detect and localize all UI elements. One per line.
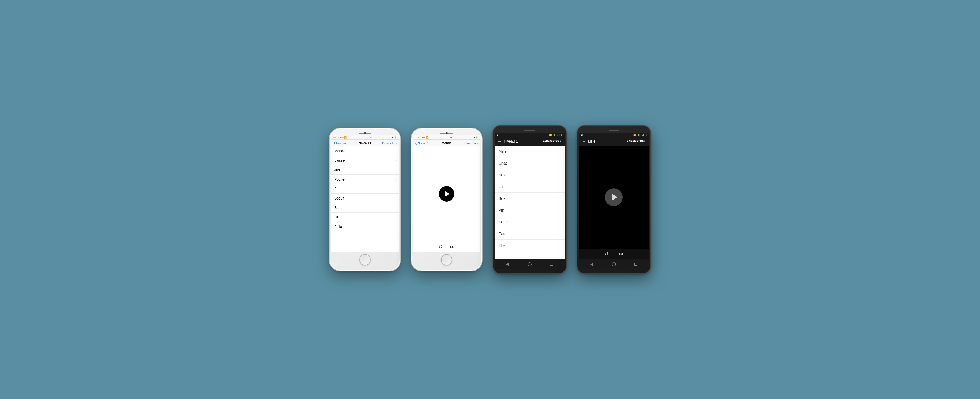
list-item-partial[interactable]: Thé (495, 239, 565, 251)
iphone-1-params-button[interactable]: Paramètres (382, 142, 396, 145)
list-item[interactable]: Feu › (331, 184, 399, 194)
item-label: Feu (334, 187, 340, 191)
item-label: Chat (499, 161, 507, 165)
list-item[interactable]: Monde › (331, 146, 399, 156)
android-2-status-bar: ▣ 📶 🔋 10:48 (579, 133, 649, 137)
iphone-1-list: Monde › Laisse › Jus › Poche › Feu › (331, 146, 399, 252)
iphone-1-screen: ○○○○○ Salt 📶 13:46 ● 🔋 ❮ Niveaux Niveau … (331, 136, 399, 252)
replay-icon[interactable]: ↺ (439, 244, 442, 250)
status-icons-right-2: 📶 🔋 10:48 (633, 134, 647, 136)
android-1-back-button[interactable]: ← (498, 139, 502, 144)
item-label: Boeuf (334, 196, 344, 200)
chevron-right-icon: › (395, 215, 396, 219)
list-item[interactable]: Boeuf › (331, 194, 399, 203)
chevron-right-icon: › (395, 168, 396, 172)
list-item[interactable]: Feu (495, 228, 565, 239)
list-item[interactable]: Mille (495, 145, 565, 157)
list-item[interactable]: Folle › (331, 222, 399, 231)
bluetooth-icon: ● (392, 136, 393, 139)
android-1-screen: ▣ 📶 🔋 10:48 ← Niveau 1 PARAMÈTRES Mille (495, 133, 565, 270)
battery-icon-2: 🔋 (476, 136, 478, 139)
android-recents-nav-button[interactable] (549, 261, 555, 267)
item-label: Poche (334, 177, 345, 181)
item-label: Lit (499, 184, 503, 189)
android-2-back-button[interactable]: ← (582, 139, 586, 144)
item-label: Monde (334, 149, 345, 153)
back-chevron-icon-2: ❮ (415, 141, 417, 145)
iphone-2-params-button[interactable]: Paramètres (464, 142, 478, 145)
iphone-2-video-area (413, 146, 480, 241)
back-triangle-icon (506, 262, 509, 267)
item-label: Sale (499, 173, 506, 177)
list-item[interactable]: Chat (495, 157, 565, 169)
back-label: Niveaux (336, 142, 346, 145)
home-circle-icon-2 (612, 262, 616, 267)
status-left-2: ○○○○○ Salt 📶 (415, 136, 428, 139)
list-item[interactable]: Banc › (331, 203, 399, 212)
status-left: ○○○○○ Salt 📶 (333, 136, 347, 139)
devices-container: ○○○○○ Salt 📶 13:46 ● 🔋 ❮ Niveaux Niveau … (329, 125, 651, 274)
chevron-right-icon: › (395, 187, 396, 191)
android-2-nav-bar: ← Mille PARAMÈTRES (579, 137, 649, 145)
status-right: ● 🔋 (392, 136, 396, 139)
back-label-2: Niveau 1 (418, 142, 429, 145)
sim-icon: ▣ (496, 134, 499, 136)
item-label: Feu (499, 231, 505, 236)
time-label: 13:46 (366, 136, 372, 139)
item-label: Boeuf (499, 196, 509, 201)
list-item[interactable]: Poche › (331, 175, 399, 184)
android-back-nav-button[interactable] (504, 261, 511, 267)
play-triangle-icon-android (612, 194, 617, 201)
iphone-2-status-bar: ○○○○○ Salt 📶 13:46 ● 🔋 (413, 136, 480, 140)
time-label-android2: 10:48 (641, 134, 647, 136)
item-label: Mille (499, 149, 507, 153)
iphone-1-back-button[interactable]: ❮ Niveaux (333, 141, 346, 145)
list-item[interactable]: Sang (495, 216, 565, 228)
play-triangle-icon (445, 191, 450, 197)
time-label-2: 13:46 (448, 136, 454, 139)
sim-icon-2: ▣ (581, 134, 583, 136)
list-item[interactable]: Sale (495, 169, 565, 181)
item-label: Vin (499, 208, 504, 212)
signal-icon-2: 📶 (633, 134, 636, 136)
android-1-bottom-nav (495, 259, 565, 270)
battery-icon-android2: 🔋 (638, 134, 640, 136)
list-item[interactable]: Jus › (331, 165, 399, 175)
iphone-1-status-bar: ○○○○○ Salt 📶 13:46 ● 🔋 (331, 136, 399, 140)
android-home-nav-button[interactable] (527, 261, 533, 267)
iphone-2-screen: ○○○○○ Salt 📶 13:46 ● 🔋 ❮ Niveau 1 Monde … (413, 136, 480, 252)
list-item[interactable]: Vin (495, 204, 565, 216)
iphone-1-nav-bar: ❮ Niveaux Niveau 1 Paramètres (331, 140, 399, 146)
android-2-back-nav-button[interactable] (589, 261, 595, 267)
chevron-right-icon: › (395, 149, 396, 153)
back-triangle-icon-2 (590, 262, 593, 267)
item-label-partial: Thé (499, 243, 505, 247)
chevron-right-icon: › (395, 206, 396, 209)
android-replay-icon[interactable]: ↺ (605, 251, 608, 257)
android-2-home-nav-button[interactable] (611, 261, 617, 267)
android-2-recents-nav-button[interactable] (633, 261, 639, 267)
android-1-status-bar: ▣ 📶 🔋 10:48 (495, 133, 565, 137)
item-label: Lit (334, 215, 338, 219)
item-label: Banc (334, 206, 342, 210)
iphone-1-home-button[interactable] (360, 254, 371, 265)
item-label: Sang (499, 220, 508, 224)
android-fast-forward-icon[interactable]: ⏭ (619, 251, 623, 257)
android-2-frame: ▣ 📶 🔋 10:48 ← Mille PARAMÈTRES (577, 125, 651, 274)
list-item[interactable]: Lit (495, 181, 565, 193)
wifi-icon: 📶 (344, 136, 347, 139)
list-item[interactable]: Laisse › (331, 156, 399, 165)
iphone-2-home-button[interactable] (441, 254, 452, 265)
list-item[interactable]: Lit › (331, 212, 399, 222)
status-right-2: ● 🔋 (474, 136, 478, 139)
carrier-label-2: ○○○○○ Salt (415, 136, 425, 139)
list-item[interactable]: Boeuf (495, 193, 565, 204)
fast-forward-icon[interactable]: ⏭ (450, 244, 455, 250)
android-2-play-button[interactable] (605, 188, 623, 206)
android-2-screen: ▣ 📶 🔋 10:48 ← Mille PARAMÈTRES (579, 133, 649, 270)
android-2-params-button[interactable]: PARAMÈTRES (627, 140, 646, 143)
android-2-speaker (609, 130, 619, 131)
iphone-2-back-button[interactable]: ❮ Niveau 1 (415, 141, 429, 145)
iphone-2-play-button[interactable] (439, 186, 454, 201)
android-1-params-button[interactable]: PARAMÈTRES (542, 140, 562, 143)
